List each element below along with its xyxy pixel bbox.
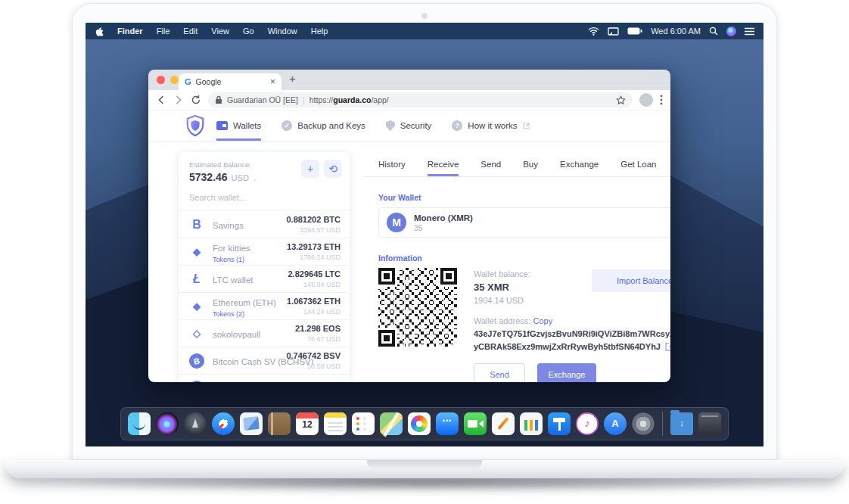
new-tab-button[interactable]: +	[289, 72, 296, 85]
battery-icon[interactable]	[627, 27, 642, 35]
wifi-icon[interactable]	[588, 26, 599, 36]
qr-code	[378, 268, 457, 347]
macos-menu-bar: Finder File Edit View Go Window Help	[86, 23, 763, 39]
send-button[interactable]: Send	[474, 363, 525, 382]
contacts-icon[interactable]	[268, 412, 291, 435]
tab-get-loan[interactable]: Get Loan	[620, 152, 656, 176]
menu-item-edit[interactable]: Edit	[183, 26, 197, 36]
siri-icon[interactable]	[726, 26, 736, 36]
guarda-logo[interactable]	[185, 114, 206, 138]
wallet-address-line2: yCBRAk58Exz9mwjZxRrRywByh5tbfSN64DYhJ	[474, 342, 661, 351]
open-in-explorer-icon[interactable]	[665, 342, 670, 351]
tab-exchange[interactable]: Exchange	[560, 152, 599, 176]
menu-item-view[interactable]: View	[211, 26, 229, 36]
selected-wallet-dropdown[interactable]: M Monero (XMR) 35	[378, 207, 670, 238]
address-bar[interactable]: Guardarian OÜ [EE] | https://guarda.co/a…	[208, 92, 633, 107]
tokens-link[interactable]: Tokens (2)	[213, 310, 280, 318]
apple-logo-icon[interactable]	[95, 26, 104, 36]
notification-center-icon[interactable]	[745, 27, 754, 36]
reload-icon[interactable]	[191, 95, 201, 105]
finder-icon[interactable]	[128, 412, 151, 435]
wallet-tabs: History Receive Send Buy Exchange Get Lo…	[363, 152, 670, 177]
wallet-row-ethereum[interactable]: ◆ Ethereum (ETH)Tokens (2) 1.067362 ETH1…	[179, 292, 350, 319]
launchpad-icon[interactable]	[184, 412, 207, 435]
menu-item-help[interactable]: Help	[311, 26, 328, 36]
numbers-icon[interactable]	[520, 412, 543, 435]
wallet-row-for-kitties[interactable]: ◆ For kittiesTokens (1) 13.29173 ETH1796…	[179, 238, 350, 265]
nav-item-how-it-works[interactable]: ? How it works	[452, 110, 529, 141]
nav-item-security[interactable]: Security	[386, 110, 432, 141]
photos-icon[interactable]	[408, 412, 431, 435]
qr-finder-pattern	[378, 330, 395, 347]
trash-icon[interactable]	[698, 412, 721, 435]
nav-item-wallets[interactable]: Wallets	[216, 110, 261, 141]
information-label: Information	[378, 254, 670, 263]
nav-item-backup-and-keys[interactable]: ✓ Backup and Keys	[281, 110, 365, 141]
tab-send[interactable]: Send	[480, 152, 501, 176]
browser-menu-icon[interactable]	[660, 95, 663, 105]
siri-dock-icon[interactable]	[156, 412, 179, 435]
chevron-down-icon[interactable]: ⌄	[253, 176, 258, 182]
browser-profile-avatar[interactable]	[639, 93, 653, 107]
wallet-row-ltc[interactable]: Ł LTC wallet 2.829645 LTC145.84 USD	[179, 265, 350, 292]
notes-icon[interactable]	[324, 412, 347, 435]
screen-mirroring-icon[interactable]	[608, 27, 619, 36]
import-balance-button[interactable]: Import Balance & T	[592, 269, 670, 292]
mail-icon[interactable]	[240, 412, 263, 435]
wallet-address-line1: 43eJ7eTQ751fGzvjszBvuN9Ri9iQViZBi8m7WRcs…	[474, 329, 670, 338]
app-nav: Wallets ✓ Backup and Keys Security	[216, 110, 530, 141]
close-window-button[interactable]	[157, 76, 165, 84]
system-preferences-icon[interactable]	[632, 412, 655, 435]
exchange-button[interactable]: Exchange	[537, 363, 596, 382]
page-url: https://guarda.co/app/	[309, 95, 389, 104]
menu-bar-clock[interactable]: Wed 6:00 AM	[651, 26, 701, 36]
reminders-icon[interactable]	[352, 412, 375, 435]
browser-tab[interactable]: G Google ×	[179, 73, 281, 90]
menu-item-window[interactable]: Window	[268, 26, 297, 36]
tab-close-icon[interactable]: ×	[270, 76, 275, 87]
add-wallet-button[interactable]: +	[301, 160, 319, 178]
itunes-icon[interactable]	[576, 412, 599, 435]
wallet-row-eos[interactable]: ◇ sokolovpaull 21.298 EOS76.67 USD	[179, 319, 350, 347]
menu-item-go[interactable]: Go	[243, 26, 254, 36]
bitcoin-sv-icon: B	[188, 353, 206, 369]
action-buttons: Send Exchange	[474, 363, 670, 382]
bookmark-star-icon[interactable]	[616, 95, 626, 105]
dock-separator	[662, 412, 663, 436]
wallet-row-bchsv[interactable]: B Bitcoin Cash SV (BCHSV) 0.746742 BSV50…	[179, 347, 350, 374]
check-circle-icon: ✓	[281, 120, 292, 131]
question-circle-icon: ?	[452, 120, 462, 131]
main-panel: History Receive Send Buy Exchange Get Lo…	[363, 152, 670, 382]
menu-item-file[interactable]: File	[157, 26, 170, 36]
wallet-address-label: Wallet address:	[474, 316, 530, 325]
safari-icon[interactable]	[212, 412, 235, 435]
forward-icon[interactable]	[173, 95, 184, 105]
menu-app-name[interactable]: Finder	[117, 26, 143, 36]
spotlight-search-icon[interactable]	[709, 26, 718, 36]
facetime-icon[interactable]	[464, 412, 487, 435]
refresh-icon[interactable]: ⟲	[324, 160, 342, 178]
minimize-window-button[interactable]	[170, 76, 179, 84]
back-icon[interactable]	[156, 95, 166, 105]
downloads-folder-icon[interactable]	[670, 412, 693, 435]
your-wallet-label: Your Wallet	[378, 193, 670, 202]
wallet-row-partial[interactable]: B 2.555204 BTC	[179, 374, 350, 382]
tab-history[interactable]: History	[378, 152, 406, 176]
tokens-link[interactable]: Tokens (1)	[213, 256, 280, 263]
calendar-icon[interactable]: 12	[296, 412, 319, 435]
wallet-sidebar: Estimated Balance: 5732.46 USD ⌄ + ⟲	[179, 152, 350, 382]
bitcoin-icon: B	[188, 381, 206, 383]
wallet-row-savings[interactable]: B Savings 0.881202 BTC3394.57 USD	[179, 210, 350, 238]
qr-finder-pattern	[440, 268, 457, 285]
laptop-bezel: Finder File Edit View Go Window Help	[72, 3, 777, 460]
balance-currency[interactable]: USD	[232, 173, 249, 182]
copy-address-link[interactable]: Copy	[533, 316, 552, 325]
pages-icon[interactable]	[492, 412, 515, 435]
tab-buy[interactable]: Buy	[523, 152, 538, 176]
tab-receive[interactable]: Receive	[428, 152, 459, 176]
search-wallet-input[interactable]	[189, 193, 339, 202]
keynote-icon[interactable]	[548, 412, 571, 435]
messages-icon[interactable]	[436, 412, 459, 435]
maps-icon[interactable]	[380, 412, 403, 435]
app-store-icon[interactable]	[604, 412, 627, 435]
